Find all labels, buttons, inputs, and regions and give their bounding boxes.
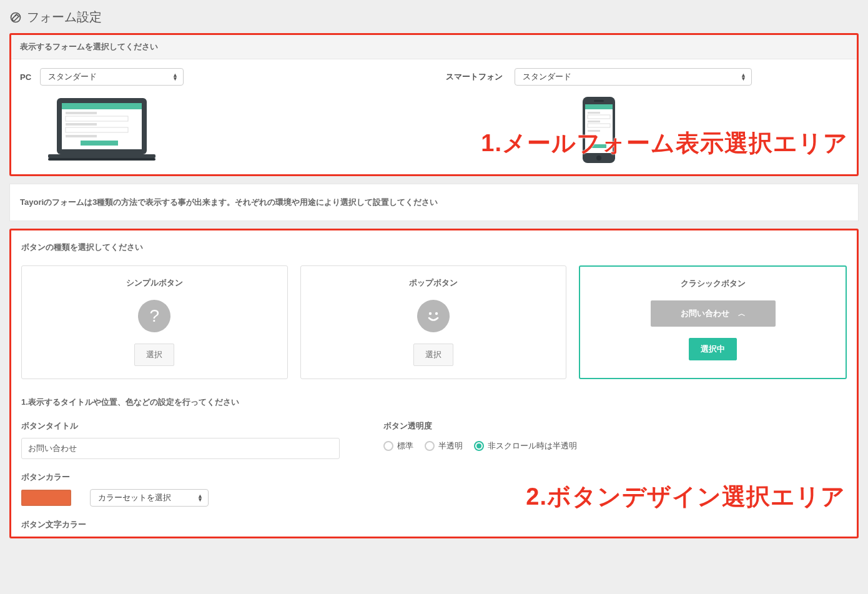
smartphone-form-select-value: スタンダード (523, 71, 571, 82)
svg-point-23 (429, 312, 432, 315)
classic-preview-text: お問い合わせ (681, 308, 729, 319)
smile-icon (417, 300, 450, 332)
page-header: フォーム設定 (9, 6, 859, 33)
radio-icon (425, 441, 435, 451)
page-title: フォーム設定 (27, 9, 102, 26)
button-color-field: ボタンカラー カラーセットを選択 ▲▼ (21, 472, 346, 507)
select-simple-button[interactable]: 選択 (134, 344, 174, 366)
card-title-simple: シンプルボタン (126, 277, 183, 289)
laptop-icon (43, 96, 160, 164)
radio-checked-icon (474, 441, 484, 451)
button-color-label: ボタンカラー (21, 472, 346, 483)
select-pop-button[interactable]: 選択 (413, 344, 453, 366)
button-card-pop: ポップボタン 選択 (300, 265, 567, 379)
svg-rect-4 (66, 112, 97, 114)
button-text-color-label: ボタン文字カラー (21, 519, 346, 530)
annotation-2: 2.ボタンデザイン選択エリア (526, 481, 846, 513)
opacity-label: ボタン透明度 (383, 420, 847, 432)
svg-rect-11 (48, 158, 155, 161)
select-arrows-icon: ▲▼ (197, 494, 203, 502)
color-set-select-value: カラーセットを選択 (98, 492, 171, 503)
svg-rect-9 (81, 141, 118, 146)
section1-header: 表示するフォームを選択してください (11, 35, 857, 59)
button-card-simple: シンプルボタン ? 選択 (21, 265, 288, 379)
svg-rect-10 (48, 154, 155, 158)
svg-rect-14 (585, 104, 613, 109)
svg-rect-8 (66, 135, 97, 137)
button-card-classic: クラシックボタン お問い合わせ ︿ 選択中 (579, 265, 847, 379)
smartphone-label: スマートフォン (446, 71, 508, 82)
annotation-1: 1.メールフォーム表示選択エリア (481, 127, 848, 159)
pc-preview (20, 92, 184, 164)
color-set-select[interactable]: カラーセットを選択 ▲▼ (90, 489, 209, 507)
chevron-up-icon: ︿ (738, 309, 746, 319)
svg-rect-6 (66, 123, 97, 126)
question-icon: ? (138, 300, 170, 332)
svg-rect-17 (588, 121, 600, 122)
button-design-selection-area: ボタンの種類を選択してください シンプルボタン ? 選択 ポップボタン 選択 (9, 229, 859, 538)
pc-column: PC スタンダード ▲▼ (20, 68, 184, 164)
opacity-option-label: 半透明 (438, 440, 463, 452)
button-title-input[interactable] (21, 438, 340, 459)
pc-form-select-value: スタンダード (48, 71, 97, 82)
pc-label: PC (20, 72, 34, 82)
select-arrows-icon: ▲▼ (741, 73, 746, 81)
svg-rect-3 (62, 103, 142, 109)
opacity-option-standard[interactable]: 標準 (383, 440, 413, 452)
svg-rect-22 (594, 100, 604, 102)
opacity-option-nonscroll[interactable]: 非スクロール時は半透明 (474, 440, 577, 452)
pc-form-select[interactable]: スタンダード ▲▼ (40, 68, 184, 86)
svg-rect-15 (588, 112, 600, 114)
card-title-classic: クラシックボタン (681, 278, 746, 289)
button-title-field: ボタンタイトル (21, 420, 346, 459)
radio-icon (383, 441, 393, 451)
section2-header: ボタンの種類を選択してください (21, 242, 847, 253)
edit-icon (9, 11, 22, 24)
form-display-selection-area: 表示するフォームを選択してください PC スタンダード ▲▼ (9, 33, 859, 176)
button-title-label: ボタンタイトル (21, 420, 346, 432)
card-title-pop: ポップボタン (409, 277, 458, 289)
select-classic-button[interactable]: 選択中 (689, 338, 737, 360)
smartphone-form-select[interactable]: スタンダード ▲▼ (515, 68, 752, 86)
opacity-option-label: 標準 (397, 440, 413, 452)
classic-button-preview: お問い合わせ ︿ (651, 300, 776, 327)
button-color-swatch[interactable] (21, 490, 71, 506)
info-box: Tayoriのフォームは3種類の方法で表示する事が出来ます。それぞれの環境や用途… (9, 184, 859, 221)
svg-point-24 (435, 312, 438, 315)
opacity-radio-group: 標準 半透明 非スクロール時は半透明 (383, 440, 847, 452)
select-arrows-icon: ▲▼ (172, 73, 178, 81)
settings-subtitle: 1.表示するタイトルや位置、色などの設定を行ってください (21, 397, 847, 408)
opacity-option-translucent[interactable]: 半透明 (425, 440, 463, 452)
opacity-option-label: 非スクロール時は半透明 (488, 440, 577, 452)
button-text-color-field: ボタン文字カラー (21, 519, 346, 530)
